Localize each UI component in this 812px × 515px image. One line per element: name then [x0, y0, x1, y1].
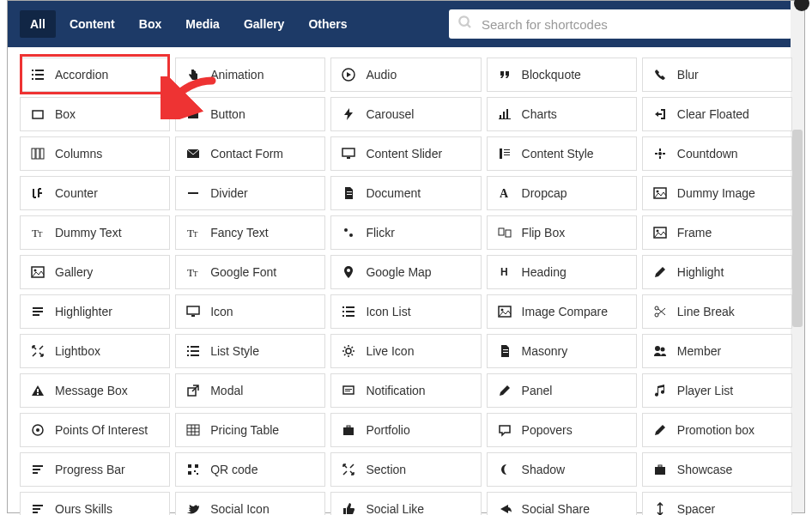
shortcode-label: Line Break: [677, 305, 735, 318]
svg-rect-22: [342, 148, 354, 156]
heading-icon: H: [498, 265, 512, 279]
shortcode-item[interactable]: Document: [330, 176, 481, 210]
shortcode-item[interactable]: Divider: [175, 176, 325, 210]
shortcode-item[interactable]: Panel: [487, 373, 637, 408]
shortcode-item[interactable]: Carousel: [330, 97, 481, 131]
svg-rect-61: [346, 315, 354, 317]
svg-rect-4: [35, 70, 44, 71]
svg-rect-71: [191, 354, 199, 356]
shortcode-item[interactable]: TTFancy Text: [175, 215, 325, 250]
shortcode-item[interactable]: Highlighter: [20, 294, 170, 329]
shortcode-item[interactable]: TTDummy Text: [20, 215, 170, 250]
shortcode-item[interactable]: Lightbox: [20, 334, 170, 368]
shortcode-item[interactable]: Icon List: [330, 294, 481, 329]
svg-point-28: [658, 152, 662, 155]
shortcode-item[interactable]: Ours Skills: [20, 492, 170, 515]
shortcode-item[interactable]: Player List: [642, 373, 792, 408]
doc-icon: [498, 344, 512, 358]
tab-content[interactable]: Content: [59, 10, 125, 38]
svg-rect-103: [33, 505, 43, 506]
svg-rect-91: [343, 427, 354, 435]
svg-rect-11: [33, 111, 43, 118]
shortcode-item[interactable]: Content Slider: [330, 136, 481, 171]
shortcode-label: Highlighter: [55, 305, 112, 318]
shortcode-item[interactable]: HHeading: [487, 255, 637, 289]
svg-rect-97: [195, 464, 198, 468]
shortcode-item[interactable]: Blockquote: [487, 58, 637, 92]
svg-point-46: [34, 270, 37, 272]
shortcode-item[interactable]: Social Icon: [175, 492, 325, 515]
shortcode-item[interactable]: Live Icon: [330, 334, 481, 368]
shortcode-item[interactable]: ADropcap: [487, 176, 637, 210]
shortcode-item[interactable]: Accordion: [20, 58, 170, 92]
shortcode-item[interactable]: Shadow: [487, 452, 637, 487]
shortcode-item[interactable]: Icon: [175, 294, 325, 329]
shortcode-item[interactable]: Portfolio: [330, 413, 481, 447]
tab-box[interactable]: Box: [129, 10, 172, 38]
shortcode-item[interactable]: Social Like: [330, 492, 481, 515]
svg-rect-57: [346, 306, 354, 308]
tab-others[interactable]: Others: [298, 10, 357, 38]
text-icon: TT: [31, 226, 45, 239]
shortcode-item[interactable]: Section: [330, 452, 481, 487]
shortcode-item[interactable]: Pricing Table: [175, 413, 325, 447]
pencil-icon: [498, 384, 512, 397]
shortcode-item[interactable]: Frame: [642, 215, 792, 250]
shortcode-item[interactable]: Audio: [330, 58, 481, 92]
shortcode-item[interactable]: Image Compare: [487, 294, 637, 329]
shortcode-label: Audio: [366, 68, 397, 82]
search-input[interactable]: [482, 17, 784, 32]
shortcode-item[interactable]: Member: [642, 334, 792, 368]
svg-rect-42: [506, 230, 511, 237]
shortcode-item[interactable]: Gallery: [20, 255, 170, 289]
shortcode-item[interactable]: Content Style: [487, 136, 637, 171]
shortcode-item[interactable]: List Style: [175, 334, 325, 368]
quote-icon: [498, 68, 512, 82]
briefcase-icon: [342, 423, 355, 437]
shortcode-item[interactable]: Progress Bar: [20, 452, 170, 487]
shortcode-item[interactable]: Social Share: [487, 492, 637, 515]
svg-point-40: [349, 233, 353, 237]
shortcode-item[interactable]: Showcase: [642, 452, 792, 487]
shortcode-item[interactable]: Masonry: [487, 334, 637, 368]
shortcode-item[interactable]: Flip Box: [487, 215, 637, 250]
tab-gallery[interactable]: Gallery: [233, 10, 294, 38]
corner-decoration: [794, 0, 809, 11]
shortcode-item[interactable]: Box: [20, 97, 170, 131]
shortcode-item[interactable]: Columns: [20, 136, 170, 171]
shortcode-item[interactable]: Line Break: [642, 294, 792, 329]
shortcode-item[interactable]: Notification: [330, 373, 481, 408]
shortcode-item[interactable]: Points Of Interest: [20, 413, 170, 447]
shortcode-item[interactable]: Promotion box: [642, 413, 792, 447]
shortcode-item[interactable]: Blur: [642, 58, 792, 92]
shortcode-item[interactable]: TTGoogle Font: [175, 255, 325, 289]
bars-icon: [31, 463, 45, 476]
shortcode-item[interactable]: Message Box: [20, 373, 170, 408]
search-box[interactable]: [449, 9, 792, 39]
shortcode-label: Google Font: [210, 265, 276, 279]
tab-all[interactable]: All: [20, 10, 56, 38]
shortcode-item[interactable]: Flickr: [330, 215, 481, 250]
shortcode-item[interactable]: Button: [175, 97, 325, 131]
tab-media[interactable]: Media: [175, 10, 230, 38]
svg-point-49: [347, 269, 350, 272]
shortcode-item[interactable]: Countdown: [642, 136, 792, 171]
shortcode-label: Showcase: [677, 463, 733, 476]
shortcode-item[interactable]: Google Map: [330, 255, 481, 289]
svg-rect-12: [188, 111, 198, 118]
monitor-icon: [186, 305, 200, 318]
shortcode-item[interactable]: Dummy Image: [642, 176, 792, 210]
shortcode-item[interactable]: Spacer: [642, 492, 792, 515]
shortcode-item[interactable]: Highlight: [642, 255, 792, 289]
bolt-icon: [342, 107, 355, 121]
shortcode-item[interactable]: Contact Form: [175, 136, 325, 171]
shortcode-label: Member: [677, 344, 721, 358]
shortcode-item[interactable]: Animation: [175, 58, 325, 92]
shortcode-item[interactable]: Counter: [20, 176, 170, 210]
shortcode-item[interactable]: Modal: [175, 373, 325, 408]
expand-icon: [342, 463, 355, 476]
shortcode-item[interactable]: Popovers: [487, 413, 637, 447]
shortcode-item[interactable]: Charts: [487, 97, 637, 131]
shortcode-item[interactable]: QR code: [175, 452, 325, 487]
shortcode-item[interactable]: Clear Floated: [642, 97, 792, 131]
